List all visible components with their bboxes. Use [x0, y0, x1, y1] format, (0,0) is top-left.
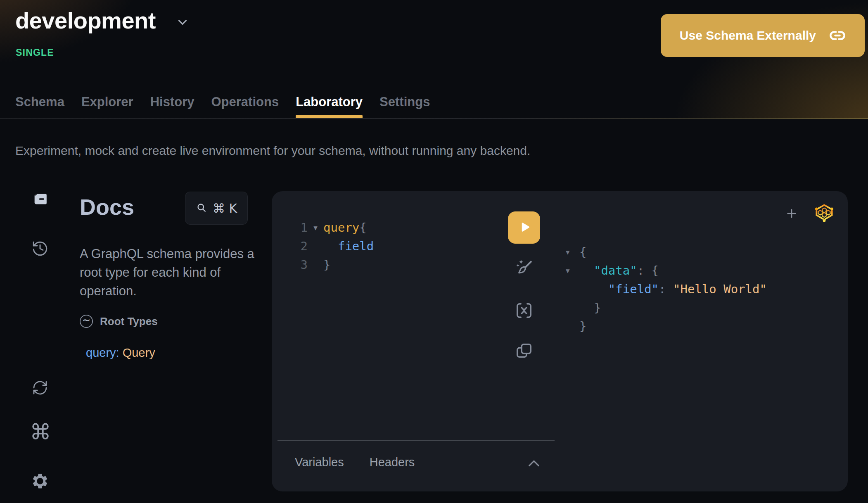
fold-arrow-icon[interactable]: ▾	[566, 261, 579, 280]
response-token-sep: :	[637, 263, 652, 278]
prettify-query-icon[interactable]	[515, 258, 534, 277]
code-line: 1 ▾ query{	[296, 218, 374, 237]
tab-laboratory[interactable]: Laboratory	[296, 81, 363, 119]
graphiql-panel: 1 ▾ query{ 2 field 3 }	[272, 191, 848, 491]
graphql-hive-logo[interactable]	[813, 201, 835, 224]
docs-description: A GraphQL schema provides a root type fo…	[80, 244, 260, 300]
execute-query-button[interactable]	[508, 211, 540, 244]
response-indent	[579, 282, 608, 296]
fold-gutter	[566, 280, 579, 299]
response-token: {	[579, 243, 586, 261]
root-types-tilde-icon: ~	[80, 315, 93, 328]
laboratory-page: development SINGLE Use Schema Externally…	[0, 0, 868, 503]
code-line: 3 }	[296, 256, 374, 274]
project-title-row: development	[15, 6, 190, 36]
response-viewer: ▾ { ▾ "data": { "field": "Hello World" }…	[566, 243, 767, 336]
status-badge: SINGLE	[16, 47, 54, 58]
line-number: 2	[296, 237, 308, 256]
root-types-heading: Root Types	[100, 315, 158, 328]
fold-gutter	[308, 237, 323, 256]
chevron-down-icon[interactable]	[175, 15, 190, 29]
chevron-up-icon[interactable]	[527, 458, 541, 469]
docs-book-icon[interactable]	[32, 191, 48, 207]
command-palette-icon[interactable]: ⌘	[30, 420, 50, 444]
fold-gutter	[308, 256, 323, 274]
add-tab-plus-icon[interactable]	[785, 207, 798, 220]
response-line: "field": "Hello World"	[566, 280, 767, 299]
line-number: 3	[296, 256, 308, 274]
response-line: }	[566, 317, 767, 336]
search-shortcut: ⌘ K	[213, 201, 237, 216]
tab-operations[interactable]: Operations	[211, 81, 279, 119]
header: development SINGLE Use Schema Externally…	[0, 0, 868, 119]
response-indent	[579, 263, 594, 278]
sidebar-divider	[65, 178, 65, 503]
copy-query-icon[interactable]	[515, 342, 534, 361]
tab-history[interactable]: History	[150, 81, 194, 119]
root-type-query-link[interactable]: query: Query	[86, 346, 155, 360]
response-line: ▾ {	[566, 243, 767, 261]
fold-gutter	[566, 299, 579, 317]
settings-gear-icon[interactable]	[31, 472, 49, 490]
query-editor[interactable]: 1 ▾ query{ 2 field 3 }	[296, 218, 374, 274]
code-token-field: field	[323, 237, 374, 256]
fold-gutter	[566, 317, 579, 336]
link-icon	[829, 27, 846, 44]
fold-arrow-icon[interactable]: ▾	[308, 218, 323, 237]
root-type-name[interactable]: Query	[123, 346, 155, 359]
use-schema-externally-label: Use Schema Externally	[680, 28, 816, 43]
search-icon	[196, 202, 207, 215]
root-types-section: ~ Root Types	[80, 315, 158, 328]
history-icon[interactable]	[31, 240, 49, 257]
merge-fragments-icon[interactable]	[515, 301, 534, 320]
response-line: ▾ "data": {	[566, 261, 767, 280]
response-token-brace: }	[579, 317, 586, 336]
tab-variables[interactable]: Variables	[295, 456, 344, 469]
tab-settings[interactable]: Settings	[379, 81, 430, 119]
response-token-key: "data"	[594, 263, 637, 278]
editor-footer-divider	[277, 440, 555, 441]
play-icon	[517, 220, 531, 236]
response-token-value: "Hello World"	[673, 282, 767, 296]
page-description: Experiment, mock and create live environ…	[15, 144, 530, 158]
response-line: }	[566, 299, 767, 317]
main-tabs: Schema Explorer History Operations Labor…	[15, 81, 430, 119]
docs-search-button[interactable]: ⌘ K	[185, 192, 248, 225]
response-token-brace: }	[579, 299, 601, 317]
page-title: development	[15, 6, 156, 36]
root-separator: :	[116, 346, 123, 359]
use-schema-externally-button[interactable]: Use Schema Externally	[661, 14, 865, 57]
root-field-name[interactable]: query	[86, 346, 116, 359]
editor-footer-tabs: Variables Headers	[295, 456, 415, 469]
response-token-brace: {	[652, 263, 659, 278]
tab-schema[interactable]: Schema	[15, 81, 64, 119]
code-token-keyword: query	[323, 221, 359, 235]
line-number: 1	[296, 218, 308, 237]
code-token-brace: }	[323, 256, 330, 274]
response-token-sep: :	[659, 282, 673, 296]
code-token-brace: {	[359, 221, 366, 235]
refresh-schema-icon[interactable]	[32, 380, 48, 396]
tab-headers[interactable]: Headers	[370, 456, 415, 469]
fold-arrow-icon[interactable]: ▾	[566, 243, 579, 261]
response-token-key: "field"	[608, 282, 659, 296]
header-divider	[0, 118, 868, 119]
docs-panel-title: Docs	[80, 194, 134, 220]
tab-explorer[interactable]: Explorer	[81, 81, 133, 119]
code-line: 2 field	[296, 237, 374, 256]
